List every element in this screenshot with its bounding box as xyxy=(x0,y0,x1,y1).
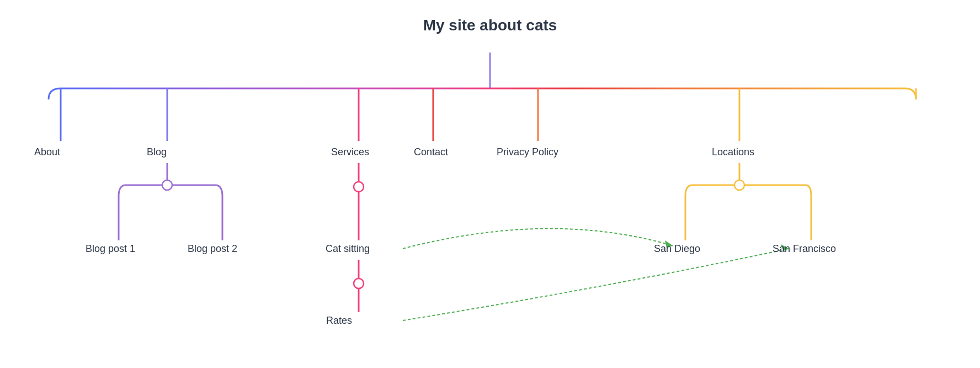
node-blogpost1: Blog post 1 xyxy=(86,243,135,255)
node-rates: Rates xyxy=(326,315,352,327)
svg-point-15 xyxy=(354,278,364,288)
node-about: About xyxy=(34,146,60,158)
svg-point-8 xyxy=(162,180,172,190)
node-blogpost2: Blog post 2 xyxy=(188,243,237,255)
page-title: My site about cats xyxy=(423,17,557,34)
node-services: Services xyxy=(331,146,369,158)
node-locations: Locations xyxy=(712,146,754,158)
connection-lines xyxy=(0,0,980,368)
svg-point-12 xyxy=(354,182,364,192)
node-privacy: Privacy Policy xyxy=(497,146,558,158)
node-sandiego: San Diego xyxy=(654,243,700,255)
node-contact: Contact xyxy=(414,146,448,158)
node-catsitting: Cat sitting xyxy=(326,243,370,255)
svg-point-18 xyxy=(734,180,744,190)
node-blog: Blog xyxy=(147,146,167,158)
node-sanfrancisco: San Francisco xyxy=(773,243,836,255)
site-map-diagram: My site about cats xyxy=(0,0,980,368)
